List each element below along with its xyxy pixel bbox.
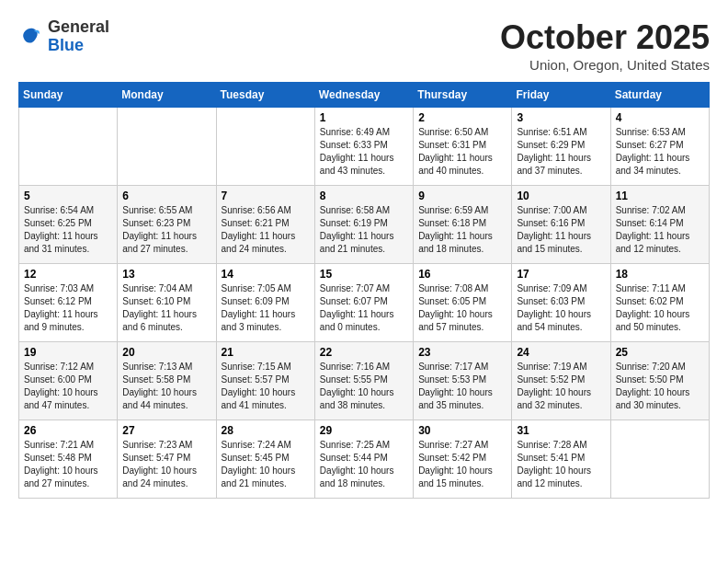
day-info: Sunrise: 7:25 AM Sunset: 5:44 PM Dayligh… — [320, 439, 408, 490]
calendar-cell: 1Sunrise: 6:49 AM Sunset: 6:33 PM Daylig… — [314, 108, 413, 186]
day-number: 26 — [24, 424, 112, 437]
calendar-cell: 30Sunrise: 7:27 AM Sunset: 5:42 PM Dayli… — [414, 420, 512, 499]
calendar-cell: 19Sunrise: 7:12 AM Sunset: 6:00 PM Dayli… — [19, 342, 118, 420]
weekday-header: Tuesday — [216, 83, 314, 108]
logo-general: General — [48, 17, 109, 36]
day-info: Sunrise: 7:23 AM Sunset: 5:47 PM Dayligh… — [122, 439, 210, 490]
day-number: 20 — [122, 346, 210, 359]
day-info: Sunrise: 7:09 AM Sunset: 6:03 PM Dayligh… — [517, 282, 605, 334]
calendar-cell — [118, 108, 216, 186]
day-info: Sunrise: 6:53 AM Sunset: 6:27 PM Dayligh… — [616, 126, 704, 178]
calendar-cell: 29Sunrise: 7:25 AM Sunset: 5:44 PM Dayli… — [314, 420, 413, 499]
calendar-cell: 8Sunrise: 6:58 AM Sunset: 6:19 PM Daylig… — [314, 186, 413, 264]
day-info: Sunrise: 6:55 AM Sunset: 6:23 PM Dayligh… — [122, 204, 210, 256]
day-info: Sunrise: 7:04 AM Sunset: 6:10 PM Dayligh… — [122, 282, 210, 334]
day-number: 24 — [517, 346, 605, 359]
day-number: 31 — [517, 424, 605, 437]
calendar-title: October 2025 — [500, 18, 710, 57]
calendar-cell: 16Sunrise: 7:08 AM Sunset: 6:05 PM Dayli… — [414, 264, 512, 342]
day-number: 16 — [418, 268, 506, 281]
calendar-cell: 13Sunrise: 7:04 AM Sunset: 6:10 PM Dayli… — [118, 264, 216, 342]
day-info: Sunrise: 7:05 AM Sunset: 6:09 PM Dayligh… — [222, 282, 310, 334]
day-number: 9 — [418, 190, 506, 202]
calendar-header: SundayMondayTuesdayWednesdayThursdayFrid… — [19, 83, 710, 108]
calendar-cell: 28Sunrise: 7:24 AM Sunset: 5:45 PM Dayli… — [216, 420, 314, 499]
day-number: 30 — [418, 424, 506, 437]
day-info: Sunrise: 6:59 AM Sunset: 6:18 PM Dayligh… — [418, 204, 506, 256]
calendar-cell: 27Sunrise: 7:23 AM Sunset: 5:47 PM Dayli… — [118, 420, 216, 499]
calendar-cell: 3Sunrise: 6:51 AM Sunset: 6:29 PM Daylig… — [512, 108, 610, 186]
day-number: 28 — [222, 424, 310, 437]
day-number: 15 — [320, 268, 408, 281]
day-number: 17 — [517, 268, 605, 281]
calendar-body: 1Sunrise: 6:49 AM Sunset: 6:33 PM Daylig… — [19, 108, 710, 499]
day-info: Sunrise: 6:56 AM Sunset: 6:21 PM Dayligh… — [222, 204, 310, 256]
weekday-header: Thursday — [414, 83, 512, 108]
day-number: 14 — [222, 268, 310, 281]
day-info: Sunrise: 7:27 AM Sunset: 5:42 PM Dayligh… — [418, 439, 506, 490]
day-number: 10 — [517, 190, 605, 202]
day-info: Sunrise: 6:58 AM Sunset: 6:19 PM Dayligh… — [320, 204, 408, 256]
day-number: 4 — [616, 111, 704, 124]
day-info: Sunrise: 7:20 AM Sunset: 5:50 PM Dayligh… — [616, 361, 704, 412]
day-number: 2 — [418, 111, 506, 124]
calendar-cell: 22Sunrise: 7:16 AM Sunset: 5:55 PM Dayli… — [314, 342, 413, 420]
calendar-cell: 14Sunrise: 7:05 AM Sunset: 6:09 PM Dayli… — [216, 264, 314, 342]
calendar-cell: 12Sunrise: 7:03 AM Sunset: 6:12 PM Dayli… — [19, 264, 118, 342]
day-info: Sunrise: 7:03 AM Sunset: 6:12 PM Dayligh… — [24, 282, 112, 334]
logo-blue: Blue — [48, 36, 84, 54]
page-header: General Blue October 2025 Union, Oregon,… — [18, 18, 710, 73]
day-number: 11 — [616, 190, 704, 202]
weekday-header: Sunday — [19, 83, 118, 108]
calendar-cell — [610, 420, 709, 499]
calendar-cell: 6Sunrise: 6:55 AM Sunset: 6:23 PM Daylig… — [118, 186, 216, 264]
day-number: 29 — [320, 424, 408, 437]
title-area: October 2025 Union, Oregon, United State… — [500, 18, 710, 73]
logo: General Blue — [18, 18, 109, 55]
day-number: 18 — [616, 268, 704, 281]
day-info: Sunrise: 7:12 AM Sunset: 6:00 PM Dayligh… — [24, 361, 112, 412]
day-number: 7 — [222, 190, 310, 202]
day-info: Sunrise: 6:54 AM Sunset: 6:25 PM Dayligh… — [24, 204, 112, 256]
day-number: 19 — [24, 346, 112, 359]
calendar-cell: 5Sunrise: 6:54 AM Sunset: 6:25 PM Daylig… — [19, 186, 118, 264]
day-info: Sunrise: 7:16 AM Sunset: 5:55 PM Dayligh… — [320, 361, 408, 412]
day-info: Sunrise: 7:11 AM Sunset: 6:02 PM Dayligh… — [616, 282, 704, 334]
calendar-cell: 4Sunrise: 6:53 AM Sunset: 6:27 PM Daylig… — [610, 108, 709, 186]
weekday-header: Monday — [118, 83, 216, 108]
day-number: 8 — [320, 190, 408, 202]
day-info: Sunrise: 6:51 AM Sunset: 6:29 PM Dayligh… — [517, 126, 605, 178]
day-number: 23 — [418, 346, 506, 359]
day-info: Sunrise: 6:50 AM Sunset: 6:31 PM Dayligh… — [418, 126, 506, 178]
day-number: 12 — [24, 268, 112, 281]
day-info: Sunrise: 7:13 AM Sunset: 5:58 PM Dayligh… — [122, 361, 210, 412]
day-number: 3 — [517, 111, 605, 124]
calendar-cell: 17Sunrise: 7:09 AM Sunset: 6:03 PM Dayli… — [512, 264, 610, 342]
calendar-cell: 31Sunrise: 7:28 AM Sunset: 5:41 PM Dayli… — [512, 420, 610, 499]
day-number: 6 — [122, 190, 210, 202]
calendar-cell: 7Sunrise: 6:56 AM Sunset: 6:21 PM Daylig… — [216, 186, 314, 264]
calendar-cell: 11Sunrise: 7:02 AM Sunset: 6:14 PM Dayli… — [610, 186, 709, 264]
day-info: Sunrise: 7:24 AM Sunset: 5:45 PM Dayligh… — [222, 439, 310, 490]
calendar-cell: 25Sunrise: 7:20 AM Sunset: 5:50 PM Dayli… — [610, 342, 709, 420]
day-number: 1 — [320, 111, 408, 124]
day-info: Sunrise: 7:07 AM Sunset: 6:07 PM Dayligh… — [320, 282, 408, 334]
weekday-header: Saturday — [610, 83, 709, 108]
calendar-cell: 15Sunrise: 7:07 AM Sunset: 6:07 PM Dayli… — [314, 264, 413, 342]
day-info: Sunrise: 7:21 AM Sunset: 5:48 PM Dayligh… — [24, 439, 112, 490]
day-number: 5 — [24, 190, 112, 202]
calendar-cell: 10Sunrise: 7:00 AM Sunset: 6:16 PM Dayli… — [512, 186, 610, 264]
day-number: 27 — [122, 424, 210, 437]
calendar-cell — [216, 108, 314, 186]
day-info: Sunrise: 6:49 AM Sunset: 6:33 PM Dayligh… — [320, 126, 408, 178]
calendar-cell: 18Sunrise: 7:11 AM Sunset: 6:02 PM Dayli… — [610, 264, 709, 342]
calendar-cell: 26Sunrise: 7:21 AM Sunset: 5:48 PM Dayli… — [19, 420, 118, 499]
calendar-cell: 23Sunrise: 7:17 AM Sunset: 5:53 PM Dayli… — [414, 342, 512, 420]
day-info: Sunrise: 7:02 AM Sunset: 6:14 PM Dayligh… — [616, 204, 704, 256]
logo-bird-icon — [18, 24, 44, 50]
day-number: 25 — [616, 346, 704, 359]
day-info: Sunrise: 7:08 AM Sunset: 6:05 PM Dayligh… — [418, 282, 506, 334]
day-number: 21 — [222, 346, 310, 359]
calendar-table: SundayMondayTuesdayWednesdayThursdayFrid… — [18, 82, 710, 499]
weekday-header: Friday — [512, 83, 610, 108]
